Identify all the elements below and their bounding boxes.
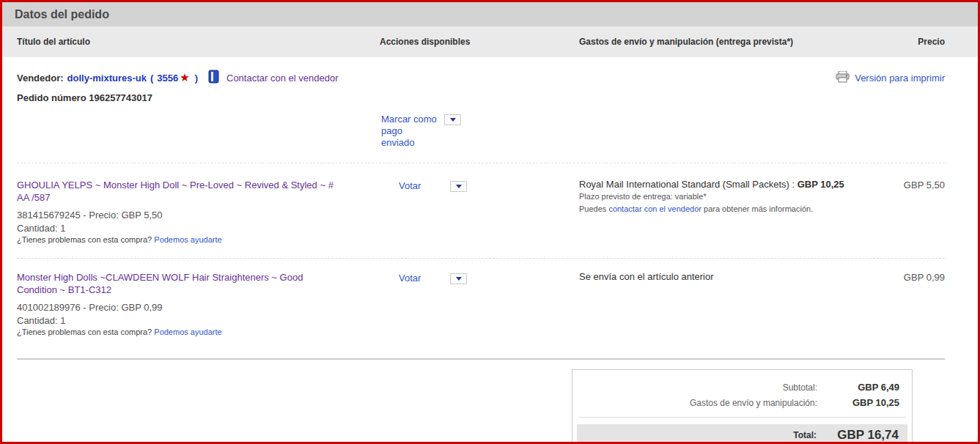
shipping-contact-pre: Puedes	[579, 204, 606, 213]
help-link[interactable]: Podemos ayudarte	[154, 328, 221, 336]
print-area: Versión para imprimir	[836, 71, 945, 85]
subtotal-label: Subtotal:	[783, 382, 817, 393]
contact-card-icon	[208, 70, 219, 86]
feedback-close-paren: )	[195, 73, 198, 84]
subtotal-row: Subtotal: GBP 6,49	[572, 380, 912, 395]
column-header-price: Precio	[877, 37, 945, 47]
item-details-cell: Monster High Dolls ~CLAWDEEN WOLF Hair S…	[17, 271, 380, 336]
shipping-contact-seller-link[interactable]: contactar con el vendedor	[608, 204, 701, 213]
contact-seller-link[interactable]: Contactar con el vendedor	[226, 73, 338, 84]
mark-paid-dropdown-button[interactable]	[444, 114, 461, 125]
page-title: Datos del pedido	[2, 2, 978, 26]
order-item-row: Monster High Dolls ~CLAWDEEN WOLF Hair S…	[17, 258, 945, 358]
item-quantity: Cantidad: 1	[17, 314, 380, 327]
mark-paid-link[interactable]: Marcar como pago enviado	[381, 114, 437, 149]
mark-paid-action: Marcar como pago enviado	[381, 114, 476, 149]
grand-total-label: Total:	[793, 430, 817, 440]
column-header-actions: Acciones disponibles	[380, 37, 561, 47]
shipping-contact-line: Puedes contactar con el vendedor para ob…	[579, 204, 877, 215]
item-title-link[interactable]: Monster High Dolls ~CLAWDEEN WOLF Hair S…	[17, 271, 380, 296]
order-content: Vendedor: dolly-mixtures-uk ( 3556 ★ ) C…	[2, 70, 978, 444]
item-shipping-cell: Royal Mail International Standard (Small…	[561, 179, 877, 244]
item-details-cell: GHOULIA YELPS ~ Monster High Doll ~ Pre-…	[17, 179, 380, 244]
totals-divider	[578, 417, 906, 418]
table-header: Título del artículo Acciones disponibles…	[2, 26, 978, 57]
item-number-price: 381415679245 - Precio: GBP 5,50	[17, 209, 380, 222]
item-help-line: ¿Tienes problemas con esta compra? Podem…	[17, 235, 380, 244]
help-question-text: ¿Tienes problemas con esta compra?	[17, 328, 152, 336]
chevron-down-icon	[456, 185, 462, 188]
order-number: Pedido número 196257743017	[17, 92, 945, 103]
vote-dropdown-button[interactable]	[450, 273, 467, 284]
help-question-text: ¿Tienes problemas con esta compra?	[17, 235, 152, 244]
order-details-page: Datos del pedido Título del artículo Acc…	[0, 0, 980, 444]
column-header-shipping: Gastos de envío y manipulación (entrega …	[561, 37, 877, 47]
item-price-cell: GBP 5,50	[877, 179, 945, 244]
seller-name-link[interactable]: dolly-mixtures-uk	[67, 73, 147, 84]
items-bottom-divider	[17, 358, 945, 360]
item-actions-cell: Votar	[380, 179, 561, 244]
feedback-score-link[interactable]: 3556	[157, 73, 178, 84]
vote-link[interactable]: Votar	[399, 180, 421, 191]
page-title-text: Datos del pedido	[15, 8, 109, 21]
shipping-service-line: Royal Mail International Standard (Small…	[579, 179, 877, 190]
order-item-row: GHOULIA YELPS ~ Monster High Doll ~ Pre-…	[17, 163, 945, 258]
subtotal-value: GBP 6,49	[817, 382, 899, 393]
shipping-contact-post: para obtener más información.	[704, 204, 813, 213]
seller-row: Vendedor: dolly-mixtures-uk ( 3556 ★ ) C…	[17, 70, 945, 86]
shipping-total-row: Gastos de envío y manipulación: GBP 10,2…	[572, 395, 912, 410]
shipping-service-text: Royal Mail International Standard (Small…	[579, 179, 795, 190]
item-help-line: ¿Tienes problemas con esta compra? Podem…	[17, 328, 380, 336]
item-title-link[interactable]: GHOULIA YELPS ~ Monster High Doll ~ Pre-…	[17, 179, 380, 204]
column-header-item-title: Título del artículo	[17, 37, 380, 47]
print-version-link[interactable]: Versión para imprimir	[855, 73, 945, 84]
order-totals-box: Subtotal: GBP 6,49 Gastos de envío y man…	[572, 369, 913, 444]
vote-dropdown-button[interactable]	[450, 181, 467, 192]
chevron-down-icon	[450, 118, 456, 122]
shipping-total-label: Gastos de envío y manipulación:	[690, 398, 817, 408]
help-link[interactable]: Podemos ayudarte	[154, 235, 221, 244]
grand-total-row: Total: GBP 16,74	[577, 424, 907, 444]
item-number-price: 401002189976 - Precio: GBP 0,99	[17, 301, 380, 314]
feedback-open-paren: (	[150, 73, 153, 84]
vote-link[interactable]: Votar	[399, 273, 421, 284]
delivery-estimate-line: Plazo previsto de entrega: variable*	[579, 191, 877, 202]
item-shipping-cell: Se envía con el artículo anterior	[561, 271, 877, 336]
item-price-cell: GBP 0,99	[877, 271, 945, 336]
item-quantity: Cantidad: 1	[17, 222, 380, 234]
seller-label: Vendedor:	[17, 73, 64, 84]
chevron-down-icon	[456, 277, 462, 281]
shipping-total-value: GBP 10,25	[817, 397, 899, 408]
grand-total-value: GBP 16,74	[817, 428, 899, 443]
shipping-service-line: Se envía con el artículo anterior	[579, 271, 877, 282]
feedback-star-icon: ★	[180, 71, 189, 84]
shipping-cost: GBP 10,25	[797, 179, 844, 190]
printer-icon	[836, 71, 850, 85]
item-actions-cell: Votar	[380, 271, 561, 336]
